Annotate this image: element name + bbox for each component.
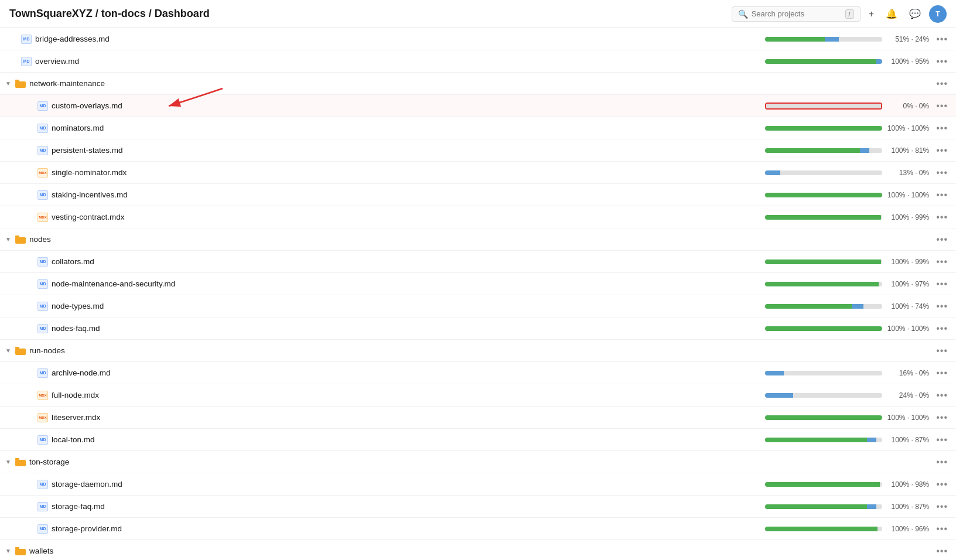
chevron-icon[interactable]: ▼ — [5, 548, 12, 555]
file-name[interactable]: storage-daemon.md — [52, 480, 122, 489]
chevron-icon[interactable]: ▼ — [5, 459, 12, 466]
file-name[interactable]: storage-faq.md — [52, 502, 105, 511]
file-name[interactable]: archive-node.md — [52, 368, 111, 377]
add-button[interactable]: + — [865, 5, 878, 23]
progress-bar — [765, 282, 882, 286]
progress-label: 24% · 0% — [887, 391, 929, 399]
more-button[interactable]: ••• — [933, 211, 951, 224]
more-button[interactable]: ••• — [933, 411, 951, 424]
progress-label: 100% · 99% — [887, 258, 929, 266]
more-button[interactable]: ••• — [933, 500, 951, 513]
file-name[interactable]: persistent-states.md — [52, 146, 123, 155]
file-name[interactable]: custom-overlays.md — [52, 101, 122, 110]
progress-label: 100% · 95% — [887, 57, 929, 66]
file-row-storage-faq: MD storage-faq.md 100% · 87% ••• — [0, 496, 956, 518]
more-button[interactable]: ••• — [933, 322, 951, 335]
progress-bar — [765, 148, 882, 153]
progress-label: 100% · 81% — [887, 146, 929, 155]
folder-icon — [15, 547, 26, 555]
progress-cell: 100% · 98% — [742, 480, 929, 489]
file-name[interactable]: vesting-contract.mdx — [52, 213, 125, 221]
app-header: TownSquareXYZ / ton-docs / Dashboard 🔍 /… — [0, 0, 956, 28]
folder-name[interactable]: nodes — [29, 235, 51, 244]
folder-name[interactable]: ton-storage — [29, 457, 69, 466]
more-button[interactable]: ••• — [933, 389, 951, 402]
more-button[interactable]: ••• — [933, 55, 951, 68]
file-row-storage-daemon: MD storage-daemon.md 100% · 98% ••• — [0, 473, 956, 496]
progress-label: 100% · 87% — [887, 503, 929, 511]
progress-bar — [765, 415, 882, 420]
svg-rect-0 — [15, 81, 26, 88]
progress-bar — [765, 193, 882, 197]
more-button[interactable]: ••• — [933, 456, 951, 469]
search-icon: 🔍 — [738, 9, 748, 19]
more-button[interactable]: ••• — [933, 433, 951, 446]
folder-name[interactable]: run-nodes — [29, 346, 65, 355]
file-name[interactable]: node-types.md — [52, 302, 104, 310]
svg-rect-7 — [15, 458, 19, 460]
progress-bar — [765, 59, 882, 64]
more-button[interactable]: ••• — [933, 523, 951, 535]
file-name[interactable]: nodes-faq.md — [52, 324, 100, 333]
file-type-icon: MDX — [37, 213, 48, 222]
more-button[interactable]: ••• — [933, 344, 951, 357]
progress-bar — [765, 126, 882, 131]
more-button[interactable]: ••• — [933, 100, 951, 112]
more-button[interactable]: ••• — [933, 233, 951, 246]
file-name[interactable]: single-nominator.mdx — [52, 168, 127, 177]
svg-rect-5 — [15, 347, 19, 349]
file-name[interactable]: collators.md — [52, 257, 94, 266]
progress-cell: 100% · 99% — [742, 213, 929, 221]
more-button[interactable]: ••• — [933, 278, 951, 291]
more-button[interactable]: ••• — [933, 478, 951, 491]
chevron-icon[interactable]: ▼ — [5, 80, 12, 87]
progress-bar — [765, 304, 882, 309]
chevron-icon[interactable]: ▼ — [5, 236, 12, 243]
more-button[interactable]: ••• — [933, 300, 951, 313]
folder-name[interactable]: network-maintenance — [29, 79, 105, 88]
more-button[interactable]: ••• — [933, 33, 951, 46]
file-row-nodes-faq: MD nodes-faq.md 100% · 100% ••• — [0, 317, 956, 340]
folder-name[interactable]: wallets — [29, 547, 53, 555]
folder-row-ton-storage: ▼ ton-storage ••• — [0, 451, 956, 473]
svg-rect-6 — [15, 460, 26, 466]
file-row-custom-overlays: MD custom-overlays.md 0% · 0% ••• — [0, 95, 956, 117]
file-row-storage-provider: MD storage-provider.md 100% · 96% ••• — [0, 518, 956, 540]
file-row-node-maintenance: MD node-maintenance-and-security.md 100%… — [0, 273, 956, 295]
breadcrumb-area: TownSquareXYZ / ton-docs / Dashboard — [9, 8, 210, 20]
more-button[interactable]: ••• — [933, 367, 951, 380]
more-button[interactable]: ••• — [933, 545, 951, 558]
file-name[interactable]: overview.md — [35, 57, 79, 66]
progress-bar — [765, 438, 882, 442]
file-name[interactable]: bridge-addresses.md — [35, 35, 110, 43]
file-name[interactable]: storage-provider.md — [52, 524, 122, 533]
bell-icon: 🔔 — [886, 8, 897, 19]
file-type-icon: MD — [37, 146, 48, 155]
progress-cell: 100% · 74% — [742, 302, 929, 310]
file-name[interactable]: staking-incentives.md — [52, 190, 128, 199]
file-type-icon: MD — [37, 190, 48, 200]
more-button[interactable]: ••• — [933, 189, 951, 202]
search-input[interactable] — [752, 9, 842, 18]
more-button[interactable]: ••• — [933, 144, 951, 157]
progress-label: 51% · 24% — [887, 35, 929, 43]
chat-button[interactable]: 💬 — [906, 5, 924, 23]
search-bar[interactable]: 🔍 / — [732, 6, 861, 22]
avatar[interactable]: T — [929, 5, 947, 23]
more-button[interactable]: ••• — [933, 77, 951, 90]
file-type-icon: MD — [37, 435, 48, 445]
more-button[interactable]: ••• — [933, 122, 951, 135]
bell-button[interactable]: 🔔 — [882, 5, 901, 23]
file-type-icon: MD — [37, 368, 48, 378]
file-name[interactable]: node-maintenance-and-security.md — [52, 279, 175, 288]
more-button[interactable]: ••• — [933, 255, 951, 268]
file-name[interactable]: liteserver.mdx — [52, 413, 100, 422]
file-name[interactable]: full-node.mdx — [52, 391, 99, 399]
chevron-icon[interactable]: ▼ — [5, 347, 12, 354]
breadcrumb: TownSquareXYZ / ton-docs / Dashboard — [9, 8, 210, 20]
file-name[interactable]: local-ton.md — [52, 435, 95, 444]
file-name[interactable]: nominators.md — [52, 124, 104, 132]
more-button[interactable]: ••• — [933, 166, 951, 179]
file-row-staking-incentives: MD staking-incentives.md 100% · 100% ••• — [0, 184, 956, 206]
file-list: MD bridge-addresses.md 51% · 24% ••• MD … — [0, 28, 956, 560]
